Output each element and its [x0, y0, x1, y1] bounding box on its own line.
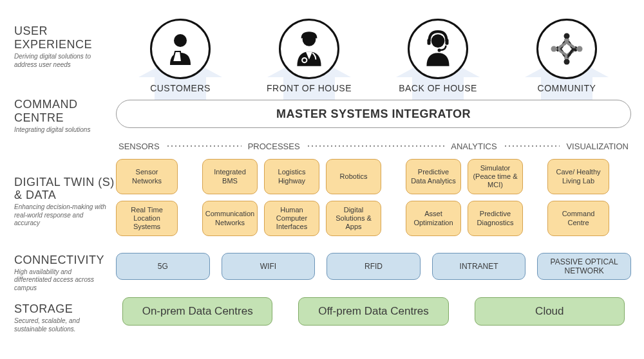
twin-box: Communication Networks	[202, 201, 258, 236]
svg-point-3	[431, 34, 445, 48]
stor-title: STORAGE	[14, 302, 116, 316]
cmd-desc: Integrating digital solutions	[14, 125, 116, 134]
persona-label: BACK OF HOUSE	[399, 83, 477, 93]
twin-box: Logistics Highway	[264, 159, 319, 194]
twin-box: Sensor Networks	[116, 159, 178, 194]
twin-box: Digital Solutions & Apps	[326, 201, 381, 236]
stor-box: Cloud	[475, 297, 625, 326]
persona-back-of-house: BACK OF HOUSE	[380, 19, 496, 93]
twin-box: Asset Optimization	[406, 201, 461, 236]
svg-point-9	[564, 59, 570, 65]
persona-community: COMMUNITY	[509, 19, 625, 93]
ux-desc: Deriving digital solutions to address us…	[14, 51, 116, 69]
conn-box: PASSIVE OPTICAL NETWORK	[537, 253, 631, 280]
conn-box: 5G	[116, 253, 210, 280]
stor-box: On-prem Data Centres	[122, 297, 272, 326]
twin-box: Predictive Data Analytics	[406, 159, 461, 194]
stor-box: Off-prem Data Centres	[298, 297, 448, 326]
headset-icon	[408, 19, 468, 79]
conn-title: CONNECTIVITY	[14, 253, 116, 267]
stor-desc: Secured, scalable, and sustainable solut…	[14, 316, 116, 333]
group-sensors: Sensor Networks Real Time Location Syste…	[116, 159, 178, 244]
twin-box: Simulator (Peace time & MCI)	[468, 159, 523, 194]
doctor-icon	[279, 19, 339, 79]
persona-label: FRONT OF HOUSE	[267, 83, 352, 93]
svg-rect-4	[427, 39, 430, 45]
twin-box: Human Computer Interfaces	[264, 201, 319, 236]
twin-box: Command Centre	[547, 201, 609, 236]
twin-title: DIGITAL TWIN (S) & DATA	[14, 176, 116, 202]
cat-sensors: SENSORS	[116, 142, 162, 151]
twin-desc: Enhancing decision-making with real-worl…	[14, 202, 116, 228]
twin-box: Predictive Diagnostics	[468, 201, 523, 236]
twin-box: Integrated BMS	[202, 159, 258, 194]
conn-box: WIFI	[222, 253, 316, 280]
persona-label: CUSTOMERS	[150, 83, 211, 93]
msi-box: MASTER SYSTEMS INTEGRATOR	[116, 100, 631, 128]
customer-icon	[150, 19, 211, 79]
persona-front-of-house: FRONT OF HOUSE	[251, 19, 367, 93]
conn-box: INTRANET	[432, 253, 526, 280]
cmd-title: COMMAND CENTRE	[14, 98, 116, 125]
group-analytics: Predictive Data Analytics Simulator (Pea…	[406, 159, 523, 244]
persona-label: COMMUNITY	[538, 83, 596, 93]
cat-analytics: ANALYTICS	[448, 142, 499, 151]
conn-box: RFID	[327, 253, 421, 280]
group-visualization: Cave/ Healthy Living Lab Command Centre	[547, 159, 609, 244]
ux-title: USER EXPERIENCE	[14, 24, 116, 51]
twin-box: Real Time Location Systems	[116, 201, 178, 236]
svg-point-8	[577, 46, 583, 52]
svg-point-0	[174, 34, 187, 47]
twin-box: Cave/ Healthy Living Lab	[547, 159, 609, 194]
svg-point-7	[564, 33, 570, 39]
category-labels: SENSORS PROCESSES ANALYTICS VISUALIZATIO…	[116, 138, 631, 154]
svg-point-10	[551, 46, 557, 52]
group-processes: Integrated BMS Logistics Highway Robotic…	[202, 159, 381, 244]
svg-point-6	[437, 48, 440, 51]
cat-visualization: VISUALIZATION	[564, 142, 631, 151]
twin-box: Robotics	[326, 159, 381, 194]
svg-rect-5	[445, 39, 448, 45]
persona-customers: CUSTOMERS	[122, 19, 238, 93]
cat-processes: PROCESSES	[245, 142, 303, 151]
community-icon	[536, 19, 597, 79]
conn-desc: High availability and differentiated acc…	[14, 267, 116, 293]
